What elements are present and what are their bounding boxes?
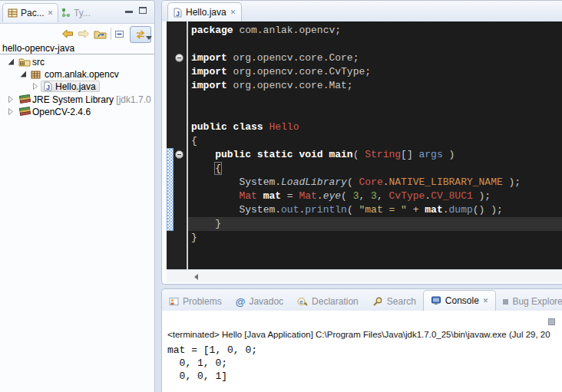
bug-icon — [503, 299, 508, 305]
tab-declaration[interactable]: e Declaration — [290, 292, 365, 311]
range-indicator — [167, 148, 174, 231]
minimize-button[interactable] — [125, 7, 133, 13]
console-panel: Problems @ Javadoc e Declaration Search … — [161, 288, 562, 392]
library-version-suffix: [jdk1.7.0 — [116, 94, 150, 105]
tab-label: Problems — [183, 296, 222, 307]
maximize-button[interactable] — [139, 7, 147, 14]
code-line[interactable] — [188, 38, 562, 51]
editor-horizontal-scrollbar[interactable] — [167, 269, 562, 282]
close-icon[interactable] — [483, 298, 489, 305]
close-icon[interactable] — [48, 10, 54, 17]
code-line[interactable]: package com.anlak.opencv; — [188, 24, 562, 38]
editor-fold-ruler[interactable] — [167, 21, 187, 269]
collapse-all-button[interactable] — [114, 26, 125, 41]
tree-item-hello-java[interactable]: J Hello.java — [0, 81, 154, 93]
tree-item-project[interactable]: hello-opencv-java — [0, 43, 154, 54]
console-icon — [431, 296, 441, 305]
collapsed-arrow-icon[interactable] — [8, 96, 14, 103]
tab-search[interactable]: Search — [365, 292, 423, 311]
forward-icon — [78, 29, 90, 38]
code-line[interactable]: { — [188, 162, 562, 176]
tab-label: Ty... — [74, 8, 91, 18]
code-line[interactable]: } — [188, 231, 562, 245]
left-panel-toolbar — [0, 24, 154, 44]
toolbar-separator — [111, 28, 111, 40]
tree-divider — [0, 54, 154, 54]
source-folder-icon — [18, 57, 31, 67]
tab-label: Bug Explorer — [512, 296, 562, 307]
collapsed-arrow-icon[interactable] — [8, 108, 14, 115]
editor-tab-hello-java[interactable]: J Hello.java — [167, 2, 242, 21]
console-output-line: 0, 0, 1] — [167, 370, 562, 383]
tree-item-label: src — [32, 57, 45, 68]
svg-text:e: e — [299, 298, 303, 305]
console-output-line: mat = [1, 0, 0; — [167, 344, 562, 357]
fold-collapse-icon[interactable] — [175, 150, 183, 159]
view-menu-icon — [146, 36, 152, 40]
tab-label: Pac... — [21, 8, 45, 18]
java-file-icon: J — [174, 8, 182, 18]
javadoc-icon: @ — [236, 297, 246, 307]
library-icon — [18, 94, 31, 104]
library-icon — [18, 107, 31, 117]
expanded-arrow-icon[interactable] — [20, 71, 27, 77]
code-line[interactable]: System.out.println( "mat = " + mat.dump(… — [188, 203, 562, 217]
code-line[interactable]: } — [188, 217, 562, 231]
editor-tab-label: Hello.java — [186, 7, 226, 18]
fold-collapse-icon[interactable] — [175, 54, 183, 62]
problems-icon — [169, 297, 179, 306]
code-line[interactable]: import org.opencv.core.Core; — [188, 51, 562, 65]
editor-tabbar: J Hello.java — [162, 1, 562, 22]
left-panel-tabbar: Pac... Ty... — [0, 1, 154, 24]
code-line[interactable]: { — [188, 134, 562, 148]
package-explorer-panel: Pac... Ty... — [0, 0, 155, 392]
tab-javadoc[interactable]: @ Javadoc — [229, 292, 290, 311]
editor-body: package com.anlak.opencv;import org.open… — [162, 21, 562, 269]
code-line[interactable]: Mat mat = Mat.eye( 3, 3, CvType.CV_8UC1 … — [188, 189, 562, 203]
collapse-all-icon — [114, 29, 125, 39]
search-icon — [372, 297, 383, 306]
expanded-arrow-icon[interactable] — [8, 58, 15, 65]
eclipse-workbench: Pac... Ty... — [0, 0, 562, 392]
editor-panel: J Hello.java package com.anlak.opencv;im… — [161, 0, 562, 285]
tab-console[interactable]: Console — [423, 290, 497, 311]
forward-button[interactable] — [78, 26, 90, 41]
close-icon[interactable] — [230, 9, 236, 16]
tree-item-jre-library[interactable]: JRE System Library [jdk1.7.0 — [0, 94, 154, 106]
code-line[interactable] — [188, 93, 562, 107]
tab-type-hierarchy[interactable]: Ty... — [57, 3, 95, 22]
code-line[interactable]: public class Hello — [188, 120, 562, 134]
editor-code[interactable]: package com.anlak.opencv;import org.open… — [188, 21, 562, 269]
go-up-button[interactable] — [94, 26, 107, 41]
scroll-left-icon[interactable] — [194, 274, 198, 280]
declaration-icon: e — [297, 297, 308, 306]
tree-item-label: Hello.java — [55, 81, 96, 92]
tree-item-src[interactable]: src — [0, 56, 154, 68]
java-file-icon: J — [44, 81, 52, 91]
tab-bug-explorer[interactable]: Bug Explorer — [496, 292, 562, 311]
code-line[interactable]: System.LoadLibrary( Core.NATIVE_LIBRARY_… — [188, 176, 562, 189]
tab-problems[interactable]: Problems — [162, 292, 229, 311]
code-line[interactable]: public static void main( String[] args ) — [188, 148, 562, 162]
collapsed-arrow-icon[interactable] — [32, 83, 38, 90]
code-line[interactable]: import org.opencv.core.Mat; — [188, 79, 562, 93]
code-line[interactable]: import org.opencv.core.CvType; — [188, 65, 562, 79]
svg-text:J: J — [176, 9, 180, 17]
console-toolbar-button[interactable] — [548, 318, 555, 325]
tab-label: Javadoc — [249, 296, 283, 307]
link-with-editor-icon — [134, 29, 147, 40]
bottom-tabbar: Problems @ Javadoc e Declaration Search … — [162, 289, 562, 311]
tab-label: Declaration — [312, 296, 359, 307]
tree-item-label: JRE System Library [jdk1.7.0 — [32, 94, 151, 105]
svg-text:J: J — [46, 84, 50, 91]
project-label: hello-opencv-java — [2, 43, 74, 54]
tree-item-label: com.anlak.opencv — [45, 69, 119, 80]
tab-label: Console — [445, 295, 479, 306]
tree-item-opencv-library[interactable]: OpenCV-2.4.6 — [0, 106, 154, 118]
back-button[interactable] — [61, 26, 74, 41]
tab-package-explorer[interactable]: Pac... — [2, 3, 58, 22]
console-output: mat = [1, 0, 0; 0, 1, 0; 0, 0, 1] — [167, 344, 562, 383]
console-title: <terminated> Hello [Java Application] C:… — [167, 330, 562, 339]
tree-item-package[interactable]: com.anlak.opencv — [0, 68, 154, 81]
code-line[interactable] — [188, 107, 562, 120]
